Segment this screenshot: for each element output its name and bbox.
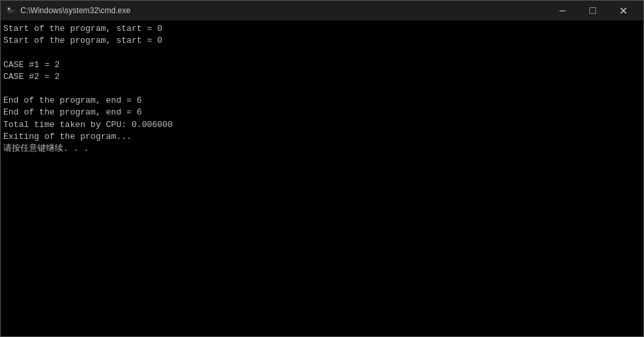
cmd-window: C:\Windows\system32\cmd.exe – □ ✕ Start … xyxy=(0,0,644,337)
minimize-button[interactable]: – xyxy=(547,1,578,20)
window-controls: – □ ✕ xyxy=(547,1,638,20)
title-bar: C:\Windows\system32\cmd.exe – □ ✕ xyxy=(1,1,643,20)
cmd-icon xyxy=(6,5,16,16)
close-button[interactable]: ✕ xyxy=(608,1,638,20)
console-area[interactable]: Start of the program, start = 0 Start of… xyxy=(1,20,643,336)
console-output: Start of the program, start = 0 Start of… xyxy=(3,23,641,155)
window-title: C:\Windows\system32\cmd.exe xyxy=(20,6,547,15)
maximize-button[interactable]: □ xyxy=(578,1,608,20)
svg-rect-2 xyxy=(8,10,15,11)
svg-rect-4 xyxy=(8,13,12,13)
svg-rect-3 xyxy=(8,11,15,12)
